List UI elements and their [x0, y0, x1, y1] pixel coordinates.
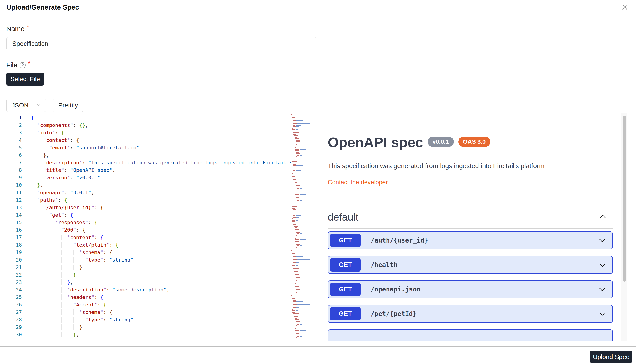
minimap-line — [291, 156, 312, 158]
minimap-line — [291, 135, 312, 137]
minimap-line — [291, 330, 312, 331]
minimap-line — [291, 120, 312, 122]
upload-spec-button[interactable]: Upload Spec — [590, 351, 632, 363]
minimap-line — [291, 212, 312, 214]
chevron-down-icon[interactable] — [598, 311, 606, 317]
footer-divider — [0, 346, 636, 346]
minimap-line — [291, 284, 312, 286]
minimap-line — [291, 274, 312, 276]
api-title: OpenAPI spec — [328, 135, 423, 150]
line-number: 11 — [7, 189, 22, 196]
minimap-line — [291, 241, 312, 242]
required-asterisk: * — [28, 60, 31, 67]
minimap-line — [291, 318, 312, 319]
preview-scrollbar[interactable] — [621, 113, 627, 341]
line-number: 9 — [7, 174, 22, 181]
minimap-line — [291, 298, 312, 300]
endpoint-row[interactable]: GET/auth/{user_id} — [328, 232, 613, 249]
method-badge: GET — [330, 258, 361, 272]
minimap-line — [291, 144, 312, 146]
code-line: }, — [31, 152, 291, 159]
line-number: 22 — [7, 271, 22, 278]
help-icon[interactable]: ? — [20, 62, 26, 68]
line-number: 3 — [7, 129, 22, 136]
code-line: "components": {}, — [31, 122, 291, 129]
code-editor[interactable]: 1234567891011121314151617181920212223242… — [7, 114, 312, 341]
code-line: "Accept": { — [31, 301, 291, 308]
chevron-up-icon[interactable] — [599, 214, 607, 220]
minimap-line — [291, 238, 312, 239]
minimap-line — [291, 316, 312, 318]
section-title: default — [328, 211, 358, 223]
endpoint-path: /auth/{user_id} — [371, 236, 428, 244]
scrollbar-thumb[interactable] — [622, 116, 626, 282]
format-select-value: JSON — [12, 102, 29, 109]
chevron-down-icon[interactable] — [598, 286, 606, 292]
minimap-line — [291, 140, 312, 141]
minimap-line — [291, 183, 312, 185]
minimap-line — [291, 290, 312, 292]
line-number: 14 — [7, 211, 22, 219]
editor-line-numbers: 1234567891011121314151617181920212223242… — [7, 114, 22, 338]
code-line: "schema": { — [31, 249, 291, 256]
minimap-line — [291, 153, 312, 155]
minimap-line — [291, 130, 312, 132]
line-number: 1 — [7, 114, 22, 122]
minimap-line — [291, 214, 312, 215]
code-line: "headers": { — [31, 294, 291, 301]
name-input[interactable] — [6, 37, 316, 50]
minimap-line — [291, 178, 312, 179]
line-number: 20 — [7, 256, 22, 264]
minimap-line — [291, 321, 312, 322]
contact-developer-link[interactable]: Contact the developer — [328, 179, 388, 186]
minimap-line — [291, 126, 312, 128]
code-line: }, — [31, 181, 291, 189]
code-line: "type": "string" — [31, 316, 291, 324]
minimap-line — [291, 266, 312, 268]
endpoint-row[interactable]: GET/health — [328, 256, 613, 274]
editor-code-area[interactable]: { "components": {}, "info": { "contact":… — [31, 114, 291, 341]
minimap-line — [291, 276, 312, 277]
minimap-line — [291, 186, 312, 188]
minimap-line — [291, 257, 312, 259]
minimap-line — [291, 336, 312, 337]
endpoint-row-partial[interactable] — [328, 329, 613, 341]
endpoint-row[interactable]: GET/pet/{petId} — [328, 305, 613, 323]
close-icon[interactable] — [620, 2, 629, 12]
line-number: 23 — [7, 278, 22, 286]
endpoint-row[interactable]: GET/openapi.json — [328, 280, 613, 298]
minimap-line — [291, 245, 312, 247]
chevron-down-icon[interactable] — [598, 262, 606, 268]
code-line: { — [31, 114, 291, 122]
minimap-line — [291, 296, 312, 298]
minimap-line — [291, 324, 312, 325]
line-number: 4 — [7, 136, 22, 144]
chevron-down-icon[interactable] — [598, 238, 606, 244]
line-number: 18 — [7, 241, 22, 249]
name-label: Name * — [6, 25, 29, 33]
method-badge: GET — [330, 234, 361, 247]
code-line: "version": "v0.0.1" — [31, 174, 291, 181]
minimap-line — [291, 150, 312, 152]
code-line: "openapi": "3.0.1", — [31, 189, 291, 196]
section-header-default[interactable]: default — [328, 211, 616, 223]
minimap-line — [291, 278, 312, 280]
minimap-line — [291, 339, 312, 340]
minimap-line — [291, 164, 312, 166]
minimap-line — [291, 235, 312, 236]
line-number: 8 — [7, 166, 22, 174]
line-number: 30 — [7, 331, 22, 338]
editor-minimap[interactable] — [291, 114, 312, 341]
select-file-button[interactable]: Select File — [6, 72, 44, 86]
minimap-line — [291, 302, 312, 304]
minimap-line — [291, 203, 312, 205]
line-number: 29 — [7, 324, 22, 331]
minimap-line — [291, 307, 312, 309]
modal-header: Upload/Generate Spec — [0, 0, 636, 15]
minimap-line — [291, 198, 312, 200]
minimap-line — [291, 195, 312, 197]
section-divider — [328, 228, 613, 229]
prettify-button[interactable]: Prettify — [53, 99, 83, 112]
format-select[interactable]: JSON — [6, 99, 46, 112]
code-line: }, — [31, 331, 291, 338]
